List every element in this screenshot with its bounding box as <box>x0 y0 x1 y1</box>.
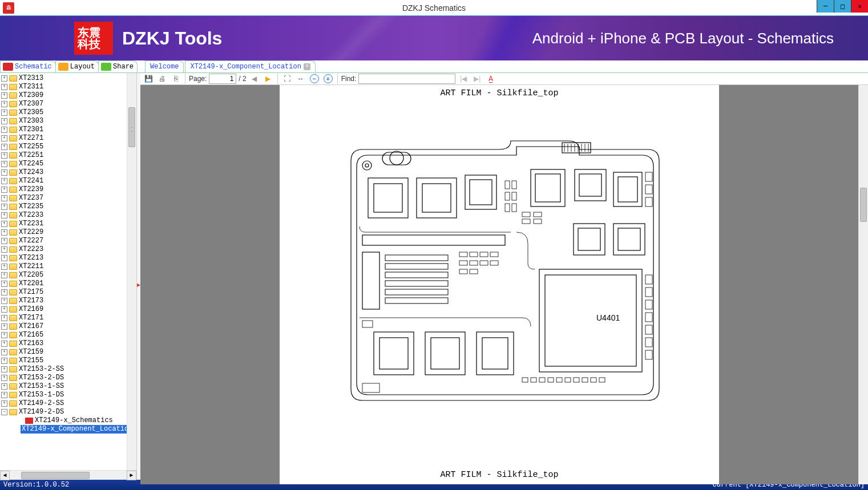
close-button[interactable]: ✕ <box>851 0 868 13</box>
expand-icon[interactable]: + <box>1 255 7 261</box>
page-canvas[interactable]: ART FILM - Silkfile_top <box>140 85 858 484</box>
tree-item[interactable]: +XT2231 <box>1 220 127 228</box>
expand-icon[interactable]: + <box>1 127 7 133</box>
expand-icon[interactable]: + <box>1 246 7 253</box>
expand-icon[interactable]: + <box>1 392 7 398</box>
tree-item[interactable]: +XT2243 <box>1 168 127 177</box>
expand-icon[interactable]: + <box>1 178 7 184</box>
tree-vertical-scrollbar[interactable] <box>127 73 136 470</box>
doc-vertical-scrollbar[interactable] <box>858 85 868 484</box>
tree-item[interactable]: +XT2301 <box>1 125 127 134</box>
tree-item[interactable]: +XT2153-2-SS <box>1 365 127 374</box>
tree-item[interactable]: +XT2233 <box>1 211 127 220</box>
doc-tab-component-location[interactable]: XT2149-x_Component_Location × <box>185 60 315 72</box>
doc-tab-welcome[interactable]: Welcome <box>145 60 184 72</box>
tree-item[interactable]: +XT2213 <box>1 254 127 262</box>
zoom-out-button[interactable]: − <box>309 73 320 84</box>
scroll-right-button[interactable]: ► <box>127 471 136 480</box>
tree-item[interactable]: +XT2227 <box>1 237 127 245</box>
tree-item[interactable]: +XT2155 <box>1 357 127 365</box>
minimize-button[interactable]: ─ <box>817 0 834 13</box>
expand-icon[interactable]: + <box>1 375 7 381</box>
expand-icon[interactable]: + <box>1 110 7 116</box>
expand-icon[interactable]: + <box>1 101 7 107</box>
tree-item[interactable]: +XT2169 <box>1 305 127 314</box>
tree-item[interactable]: +XT2255 <box>1 143 127 151</box>
fit-width-button[interactable]: ↔ <box>295 73 306 84</box>
page-number-input[interactable] <box>209 74 236 84</box>
expand-icon[interactable]: + <box>1 358 7 364</box>
expand-icon[interactable]: + <box>1 204 7 210</box>
tree-item[interactable]: +XT2239 <box>1 185 127 194</box>
scrollbar-track[interactable] <box>10 471 127 480</box>
find-next-button[interactable]: ▶| <box>471 73 483 84</box>
collapse-icon[interactable]: − <box>1 409 7 415</box>
scroll-left-button[interactable]: ◄ <box>0 471 10 480</box>
expand-icon[interactable]: + <box>1 169 7 176</box>
tree-item[interactable]: +XT2309 <box>1 91 127 100</box>
tree-item[interactable]: +XT2163 <box>1 339 127 348</box>
tree-item[interactable]: +XT2175 <box>1 288 127 297</box>
tree-item[interactable]: +XT2223 <box>1 245 127 254</box>
expand-icon[interactable]: + <box>1 144 7 150</box>
expand-icon[interactable]: + <box>1 152 7 159</box>
expand-icon[interactable]: + <box>1 264 7 270</box>
tree-item[interactable]: +XT2159 <box>1 348 127 357</box>
expand-icon[interactable]: + <box>1 323 7 330</box>
maximize-button[interactable]: □ <box>834 0 851 13</box>
expand-icon[interactable]: + <box>1 298 7 304</box>
expand-icon[interactable]: + <box>1 187 7 193</box>
tree-item[interactable]: +XT2237 <box>1 194 127 203</box>
tab-layout[interactable]: Layout <box>55 60 99 72</box>
tree-item[interactable]: +XT2153-1-SS <box>1 382 127 391</box>
tree-item[interactable]: +XT2251 <box>1 151 127 160</box>
tree-item[interactable]: +XT2201 <box>1 280 127 288</box>
tab-share[interactable]: Share <box>98 60 138 72</box>
tab-schematic[interactable]: Schematic <box>0 60 56 72</box>
expand-icon[interactable]: + <box>1 118 7 124</box>
tree-item[interactable]: +XT2235 <box>1 203 127 211</box>
zoom-in-button[interactable]: + <box>322 73 334 84</box>
expand-icon[interactable]: + <box>1 341 7 347</box>
copy-button[interactable]: ⎘ <box>170 73 181 84</box>
tree-horizontal-scrollbar[interactable]: ◄ ► <box>0 470 136 480</box>
tree-item-expanded[interactable]: −XT2149-2-DS <box>1 408 127 416</box>
tree-item[interactable]: +XT2305 <box>1 108 127 117</box>
tree-item[interactable]: +XT2167 <box>1 322 127 331</box>
expand-icon[interactable]: + <box>1 92 7 99</box>
save-button[interactable]: 💾 <box>143 73 154 84</box>
tree-item[interactable]: +XT2245 <box>1 160 127 168</box>
tree-item[interactable]: +XT2303 <box>1 117 127 125</box>
expand-icon[interactable]: + <box>1 400 7 407</box>
tree-item[interactable]: +XT2307 <box>1 100 127 108</box>
expand-icon[interactable]: + <box>1 238 7 244</box>
next-page-button[interactable]: ▶ <box>263 73 274 84</box>
print-button[interactable]: 🖨 <box>156 73 168 84</box>
find-prev-button[interactable]: |◀ <box>458 73 469 84</box>
tree-item[interactable]: +XT2153-1-DS <box>1 391 127 399</box>
find-input[interactable] <box>358 74 455 84</box>
expand-icon[interactable]: + <box>1 281 7 287</box>
tree-item[interactable]: +XT2171 <box>1 314 127 322</box>
tree-item[interactable]: +XT2271 <box>1 134 127 143</box>
expand-icon[interactable]: + <box>1 221 7 227</box>
expand-icon[interactable]: + <box>1 289 7 295</box>
model-tree[interactable]: +XT2313+XT2311+XT2309+XT2307+XT2305+XT23… <box>0 73 127 470</box>
tree-item[interactable]: +XT2153-2-DS <box>1 374 127 382</box>
tree-item[interactable]: +XT2211 <box>1 262 127 271</box>
prev-page-button[interactable]: ◀ <box>249 73 260 84</box>
expand-icon[interactable]: + <box>1 272 7 278</box>
fit-page-button[interactable]: ⛶ <box>281 73 293 84</box>
tree-file-item[interactable]: XT2149-x_Schematics <box>1 416 127 425</box>
expand-icon[interactable]: + <box>1 84 7 90</box>
scrollbar-thumb[interactable] <box>128 107 135 147</box>
highlight-button[interactable]: A̲ <box>485 73 496 84</box>
expand-icon[interactable]: + <box>1 383 7 390</box>
expand-icon[interactable]: + <box>1 306 7 313</box>
tree-item[interactable]: +XT2173 <box>1 297 127 305</box>
close-tab-icon[interactable]: × <box>304 63 310 70</box>
tree-item[interactable]: +XT2229 <box>1 228 127 237</box>
expand-icon[interactable]: + <box>1 315 7 321</box>
tree-file-item[interactable]: XT2149-x_Component_Location <box>1 425 127 434</box>
tree-item[interactable]: +XT2165 <box>1 331 127 339</box>
